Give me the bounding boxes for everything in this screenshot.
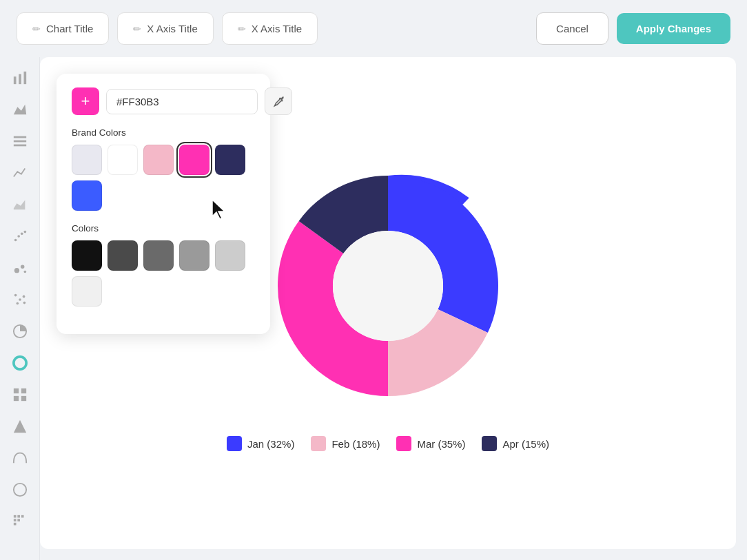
svg-point-33 [333,231,443,341]
legend-mar-label: Mar (35%) [417,438,465,450]
legend-mar: Mar (35%) [396,436,465,451]
svg-point-18 [23,302,25,304]
pencil-icon: ✏ [32,23,41,34]
chart-title-button[interactable]: ✏ Chart Title [17,12,109,45]
svg-rect-32 [13,523,16,526]
color-swatches [72,240,255,307]
brand-swatch-3[interactable] [179,145,209,175]
eyedropper-button[interactable] [265,87,292,115]
legend-feb-dot [311,436,326,451]
pencil-icon-2: ✏ [133,23,141,34]
scatter2-icon[interactable] [10,290,30,309]
svg-rect-29 [21,515,23,518]
color-swatch-3[interactable] [179,240,209,271]
color-swatch-2[interactable] [143,240,174,271]
legend-apr-label: Apr (15%) [502,438,549,450]
legend-apr: Apr (15%) [482,436,549,451]
svg-rect-31 [17,519,20,521]
chart-legend: Jan (32%) Feb (18%) Mar (35%) Apr (15%) [227,436,549,451]
svg-point-14 [14,294,17,297]
svg-point-26 [13,484,25,496]
pie-icon[interactable] [10,322,30,341]
add-color-button[interactable]: + [72,87,99,115]
svg-rect-6 [13,145,25,147]
pencil-icon-3: ✏ [238,23,246,34]
list-icon[interactable] [10,132,30,151]
legend-feb: Feb (18%) [311,436,380,451]
brand-swatch-4[interactable] [215,145,245,175]
x-axis-title-1-label: X Axis Title [147,23,197,34]
brand-color-swatches [72,145,255,211]
color-swatch-5[interactable] [72,276,102,307]
svg-rect-22 [21,388,25,393]
x-axis-title-1-button[interactable]: ✏ X Axis Title [117,12,213,45]
svg-marker-25 [13,420,25,433]
grid-icon[interactable] [10,385,30,404]
bubble-icon[interactable] [10,258,30,278]
picker-top: + [72,87,255,115]
svg-rect-0 [13,76,16,84]
donut-icon[interactable] [10,353,30,373]
svg-rect-1 [19,74,21,85]
donut-chart [243,141,533,431]
svg-point-10 [23,231,26,234]
svg-point-17 [22,295,25,298]
legend-mar-dot [396,436,411,451]
brand-swatch-5[interactable] [72,180,102,211]
x-axis-title-2-button[interactable]: ✏ X Axis Title [222,12,318,45]
triangle-icon[interactable] [10,417,30,436]
legend-jan-label: Jan (32%) [247,438,294,450]
hex-input[interactable] [106,89,258,114]
brand-colors-label: Brand Colors [72,127,255,138]
svg-point-7 [14,239,17,242]
svg-point-9 [20,233,23,236]
svg-point-15 [19,298,21,301]
mountain-chart-icon[interactable] [10,100,30,119]
svg-rect-27 [13,515,16,518]
svg-point-13 [23,271,26,273]
svg-rect-28 [17,515,20,518]
area-chart-icon[interactable] [10,195,30,214]
svg-rect-30 [13,519,16,521]
legend-feb-label: Feb (18%) [331,438,380,450]
arch-icon[interactable] [10,448,30,468]
svg-point-11 [14,268,19,273]
svg-point-8 [17,235,20,238]
svg-rect-5 [13,141,25,143]
content-area: Jan (32%) Feb (18%) Mar (35%) Apr (15%) [40,57,736,549]
colors-label: Colors [72,223,255,234]
svg-point-20 [13,357,25,369]
chart-title-label: Chart Title [46,23,93,34]
bar-chart-icon[interactable] [10,68,30,87]
svg-marker-3 [13,105,25,115]
color-picker-popup: + Brand Colors Colors [57,74,270,334]
brand-swatch-0[interactable] [72,145,102,175]
color-swatch-1[interactable] [108,240,138,271]
svg-rect-21 [13,388,18,393]
toolbar: ✏ Chart Title ✏ X Axis Title ✏ X Axis Ti… [0,0,747,57]
legend-jan-dot [227,436,242,451]
plus-icon: + [81,94,90,109]
brand-swatch-2[interactable] [143,145,174,175]
legend-jan: Jan (32%) [227,436,294,451]
svg-rect-23 [13,396,18,401]
svg-rect-24 [21,396,25,401]
waffle-icon[interactable] [10,512,30,531]
apply-changes-button[interactable]: Apply Changes [617,13,730,44]
line-chart-icon[interactable] [10,163,30,183]
main-area: Jan (32%) Feb (18%) Mar (35%) Apr (15%) [0,57,747,560]
svg-rect-2 [23,72,26,84]
color-swatch-4[interactable] [215,240,245,271]
brand-swatch-1[interactable] [108,145,138,175]
sidebar [0,57,40,560]
color-swatch-0[interactable] [72,240,102,271]
scatter-icon[interactable] [10,227,30,246]
cancel-button[interactable]: Cancel [536,12,608,45]
svg-rect-4 [13,136,25,138]
x-axis-title-2-label: X Axis Title [252,23,302,34]
legend-apr-dot [482,436,497,451]
svg-point-16 [16,302,19,305]
svg-point-12 [20,265,23,269]
circle-outline-icon[interactable] [10,480,30,499]
